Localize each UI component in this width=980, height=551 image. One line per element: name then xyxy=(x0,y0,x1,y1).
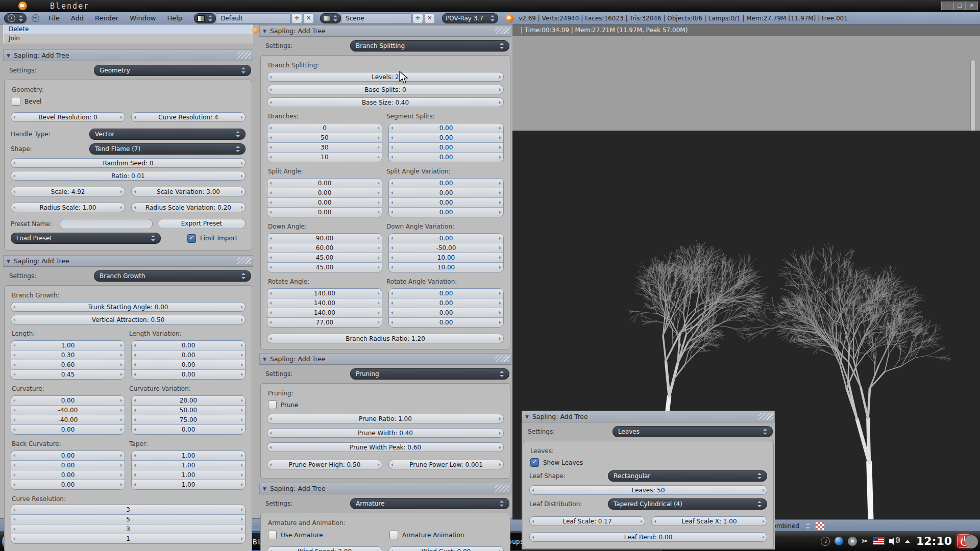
slider-right-arrow-icon[interactable] xyxy=(239,203,245,212)
radius-scale-slider[interactable]: Radius Scale: 1.00 xyxy=(11,203,125,212)
slider-right-arrow-icon[interactable] xyxy=(239,461,245,470)
slider-left-arrow-icon[interactable] xyxy=(267,198,274,207)
slider-left-arrow-icon[interactable] xyxy=(389,289,395,298)
slider-right-arrow-icon[interactable] xyxy=(376,263,382,272)
slider-right-arrow-icon[interactable] xyxy=(118,470,125,480)
slider-right-arrow-icon[interactable] xyxy=(497,198,503,207)
slider-left-arrow-icon[interactable] xyxy=(267,460,274,469)
tray-expand-icon[interactable] xyxy=(905,540,910,543)
slider-left-arrow-icon[interactable] xyxy=(267,98,274,107)
slider-left-arrow-icon[interactable] xyxy=(132,350,138,360)
leaf-shape-dropdown[interactable]: Rectangular xyxy=(608,470,767,482)
settings-dropdown-leaves[interactable]: Leaves xyxy=(612,426,773,437)
screen-layout-field[interactable]: Default xyxy=(216,13,290,23)
slider-left-arrow-icon[interactable] xyxy=(267,133,274,142)
panel-header-branch-splitting[interactable]: ▼ Sapling: Add Tree xyxy=(259,25,511,37)
curvature-value[interactable]: -40.00 xyxy=(11,406,125,415)
slider-right-arrow-icon[interactable] xyxy=(239,350,245,360)
slider-left-arrow-icon[interactable] xyxy=(11,415,17,424)
minimize-button[interactable]: – xyxy=(941,2,953,10)
slider-left-arrow-icon[interactable] xyxy=(132,406,138,415)
slider-right-arrow-icon[interactable] xyxy=(376,253,382,262)
leaf-distribution-dropdown[interactable]: Tapered Cylindrical (4) xyxy=(608,498,767,510)
use-armature-checkbox[interactable] xyxy=(268,531,277,539)
slider-right-arrow-icon[interactable] xyxy=(118,406,125,415)
menu-add[interactable]: Add xyxy=(71,14,84,22)
slider-right-arrow-icon[interactable] xyxy=(376,179,382,188)
slider-right-arrow-icon[interactable] xyxy=(239,415,245,424)
render-slot-icon[interactable] xyxy=(815,521,825,531)
menu-window[interactable]: Window xyxy=(130,14,156,22)
branches-value[interactable]: 0 xyxy=(267,123,382,133)
slider-left-arrow-icon[interactable] xyxy=(267,234,274,243)
slider-left-arrow-icon[interactable] xyxy=(389,460,395,469)
branches-value[interactable]: 50 xyxy=(267,133,382,143)
slider-left-arrow-icon[interactable] xyxy=(132,341,138,350)
slider-right-arrow-icon[interactable] xyxy=(239,534,245,543)
branches-value[interactable]: 30 xyxy=(267,143,382,153)
settings-dropdown-branch-growth[interactable]: Branch Growth xyxy=(94,270,251,282)
leaves-count-slider[interactable]: Leaves: 50 xyxy=(529,485,767,495)
slider-left-arrow-icon[interactable] xyxy=(389,263,395,272)
slider-right-arrow-icon[interactable] xyxy=(497,547,503,551)
scene-field[interactable]: Scene xyxy=(341,13,411,23)
slider-left-arrow-icon[interactable] xyxy=(267,153,274,162)
settings-dropdown-armature[interactable]: Armature xyxy=(350,498,509,509)
delete-scene-button[interactable]: ✕ xyxy=(424,13,435,23)
slider-left-arrow-icon[interactable] xyxy=(389,153,395,162)
slider-right-arrow-icon[interactable] xyxy=(497,153,503,162)
slider-left-arrow-icon[interactable] xyxy=(389,143,395,152)
slider-right-arrow-icon[interactable] xyxy=(376,143,382,152)
menu-render[interactable]: Render xyxy=(95,14,118,22)
slider-right-arrow-icon[interactable] xyxy=(497,243,503,253)
menu-item-delete[interactable]: Delete xyxy=(4,24,253,34)
slider-left-arrow-icon[interactable] xyxy=(267,143,274,152)
slider-right-arrow-icon[interactable] xyxy=(497,460,503,469)
update-arrows-icon[interactable]: + xyxy=(848,537,857,546)
segment-splits-value[interactable]: 0.00 xyxy=(389,133,503,143)
slider-right-arrow-icon[interactable] xyxy=(497,143,503,152)
rotate-angle-variation-value[interactable]: 0.00 xyxy=(389,308,503,318)
slider-left-arrow-icon[interactable] xyxy=(389,308,395,317)
render-engine-dropdown[interactable]: POV-Ray 3.7 xyxy=(442,13,498,23)
slider-right-arrow-icon[interactable] xyxy=(376,234,382,243)
slider-right-arrow-icon[interactable] xyxy=(497,414,503,423)
slider-left-arrow-icon[interactable] xyxy=(389,198,395,207)
slider-right-arrow-icon[interactable] xyxy=(497,98,503,107)
slider-right-arrow-icon[interactable] xyxy=(239,470,245,480)
prune-power-high-slider[interactable]: Prune Power High: 0.50 xyxy=(267,460,382,469)
curve-resolution-value[interactable]: 3 xyxy=(11,505,245,515)
slider-left-arrow-icon[interactable] xyxy=(11,470,17,480)
panel-header-pruning[interactable]: ▼ Sapling: Add Tree xyxy=(259,353,511,365)
slider-left-arrow-icon[interactable] xyxy=(267,253,274,262)
slider-right-arrow-icon[interactable] xyxy=(239,159,245,167)
volume-icon[interactable]: ))) xyxy=(889,537,900,545)
slider-right-arrow-icon[interactable] xyxy=(239,113,245,121)
close-button[interactable]: ✕ xyxy=(966,2,978,10)
slider-left-arrow-icon[interactable] xyxy=(11,171,17,180)
curvature-value[interactable]: -40.00 xyxy=(11,415,125,425)
bevel-checkbox[interactable] xyxy=(12,97,20,106)
slider-left-arrow-icon[interactable] xyxy=(132,396,138,405)
slider-right-arrow-icon[interactable] xyxy=(118,415,125,424)
slider-right-arrow-icon[interactable] xyxy=(118,203,125,212)
slider-left-arrow-icon[interactable] xyxy=(267,72,274,81)
levels-slider[interactable]: Levels: 2 xyxy=(267,72,504,82)
length-value[interactable]: 0.30 xyxy=(11,350,125,360)
collapse-triangle-icon[interactable]: ▼ xyxy=(263,486,266,491)
slider-left-arrow-icon[interactable] xyxy=(389,298,395,308)
leaf-bend-slider[interactable]: Leaf Bend: 0.00 xyxy=(529,532,767,542)
slider-left-arrow-icon[interactable] xyxy=(267,263,274,272)
slider-right-arrow-icon[interactable] xyxy=(497,318,503,327)
down-angle-value[interactable]: 45.00 xyxy=(267,253,382,263)
slider-left-arrow-icon[interactable] xyxy=(132,425,138,434)
slider-right-arrow-icon[interactable] xyxy=(239,341,245,350)
slider-right-arrow-icon[interactable] xyxy=(497,298,503,308)
panel-grip-icon[interactable] xyxy=(495,27,509,34)
slider-left-arrow-icon[interactable] xyxy=(267,243,274,253)
curvature-value[interactable]: 0.00 xyxy=(11,425,125,434)
slider-right-arrow-icon[interactable] xyxy=(239,524,245,534)
vertical-attraction-slider[interactable]: Vertical Attraction: 0.50 xyxy=(11,315,246,324)
slider-left-arrow-icon[interactable] xyxy=(267,289,274,298)
slider-left-arrow-icon[interactable] xyxy=(11,396,17,405)
